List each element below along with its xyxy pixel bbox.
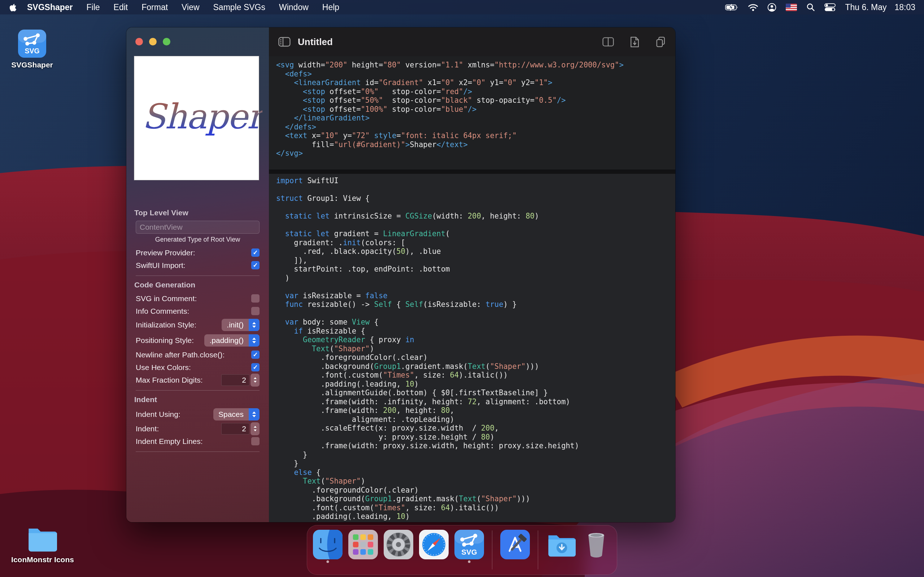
code-line: .background(Group1.gradient.mask(Text("S… xyxy=(276,362,675,371)
desktop-icon-iconmonstr-folder[interactable]: IconMonstr Icons xyxy=(16,524,69,564)
safari-icon xyxy=(419,530,449,559)
window-titlebar: Untitled xyxy=(269,27,675,56)
popup-indent-using[interactable]: Spaces xyxy=(213,408,260,421)
code-line: struct Group1: View { xyxy=(276,194,675,203)
checkbox-use-hex-colors[interactable]: ✓ xyxy=(251,363,260,371)
stepper-buttons[interactable] xyxy=(250,374,260,387)
stepper-max-fraction-digits: 2 xyxy=(221,374,260,387)
dock-item-system-preferences[interactable] xyxy=(384,530,413,559)
code-line: .foregroundColor(.clear) xyxy=(276,353,675,362)
folder-icon xyxy=(26,524,59,553)
checkbox-indent-empty-lines[interactable] xyxy=(251,437,260,445)
editor-split-divider[interactable] xyxy=(269,169,675,174)
dock-item-safari[interactable] xyxy=(419,530,449,559)
desktop-icon-svgshaper[interactable]: SVG SVGShaper xyxy=(5,29,59,69)
dock-item-downloads[interactable] xyxy=(546,530,576,559)
field-caption: Generated Type of Root View xyxy=(136,236,260,243)
settings-row-swiftui-import: SwiftUI Import:✓ xyxy=(136,259,260,271)
control-center-icon[interactable] xyxy=(824,3,835,11)
chevron-up-icon xyxy=(254,426,257,428)
popup-positioning-style[interactable]: .padding() xyxy=(204,334,260,347)
row-label: Indent Using: xyxy=(136,410,181,419)
dock-item-xcode[interactable] xyxy=(500,530,530,559)
menu-item-window[interactable]: Window xyxy=(272,0,315,15)
code-line: <linearGradient id="Gradient" x1="0" x2=… xyxy=(276,78,675,87)
dock-item-launchpad[interactable] xyxy=(348,530,378,559)
row-label: Max Fraction Digits: xyxy=(136,376,203,384)
code-line: startPoint: .top, endPoint: .bottom xyxy=(276,265,675,274)
chevron-up-icon xyxy=(252,411,256,414)
code-line: <stop offset="100%" stop-color="blue"/> xyxy=(276,105,675,114)
code-line: var body: some View { xyxy=(276,318,675,327)
code-line: </defs> xyxy=(276,122,675,132)
check-icon: ✓ xyxy=(253,364,258,371)
svg-source-editor[interactable]: <svg width="200" height="80" version="1.… xyxy=(269,56,675,169)
menu-item-file[interactable]: File xyxy=(80,0,107,15)
code-line: <defs> xyxy=(276,69,675,79)
dock-item-trash[interactable] xyxy=(582,530,611,559)
status-icons: Thu 6. May 18:03 xyxy=(725,3,924,12)
swiftui-code-editor[interactable]: import SwiftUI struct Group1: View { sta… xyxy=(269,174,675,522)
checkbox-swiftui-import[interactable]: ✓ xyxy=(251,261,260,269)
menu-item-view[interactable]: View xyxy=(175,0,206,15)
desktop-icon-label: IconMonstr Icons xyxy=(11,555,74,564)
battery-icon[interactable] xyxy=(725,4,739,11)
code-line: alignment: .topLeading) xyxy=(276,415,675,424)
checkbox-newline-after-path-close[interactable]: ✓ xyxy=(251,351,260,359)
settings-row-initialization-style: Initialization Style:.init() xyxy=(136,318,260,332)
code-line xyxy=(276,309,675,318)
section-header-top-level-view: Top Level View xyxy=(134,208,260,217)
code-line: .scaleEffect(x: proxy.size.width / 200, xyxy=(276,424,675,433)
checkbox-svg-in-comment[interactable] xyxy=(251,294,260,303)
chevron-down-icon xyxy=(252,326,256,328)
user-account-icon[interactable] xyxy=(767,3,776,12)
stepper-buttons[interactable] xyxy=(250,422,260,435)
menu-clock[interactable]: Thu 6. May 18:03 xyxy=(845,3,915,12)
checkbox-info-comments[interactable] xyxy=(251,307,260,315)
code-line: ) xyxy=(276,274,675,283)
split-view-icon[interactable] xyxy=(603,37,614,47)
clock-date: Thu 6. May xyxy=(845,3,887,12)
zoom-button[interactable] xyxy=(163,38,170,45)
svgshaper-window: Shaper Top Level ViewContentViewGenerate… xyxy=(126,27,675,522)
export-file-icon[interactable] xyxy=(630,36,640,48)
popup-initialization-style[interactable]: .init() xyxy=(221,319,260,331)
dock-item-svgshaper[interactable]: SVG xyxy=(454,530,484,559)
launchpad-icon xyxy=(348,530,378,559)
row-label: Initialization Style: xyxy=(136,321,196,329)
root-view-type-field[interactable]: ContentView xyxy=(136,221,260,234)
menu-item-svgshaper[interactable]: SVGShaper xyxy=(20,0,80,15)
spotlight-search-icon[interactable] xyxy=(806,3,815,11)
svgshaper-icon: SVG xyxy=(454,530,484,559)
section-header-indent: Indent xyxy=(134,395,260,404)
sidebar-toggle-icon[interactable] xyxy=(278,37,291,47)
code-line: y: proxy.size.height / 80) xyxy=(276,433,675,442)
stepper-value[interactable]: 2 xyxy=(221,374,249,386)
apple-menu-icon[interactable] xyxy=(0,3,20,12)
minimize-button[interactable] xyxy=(149,38,157,45)
dock-item-finder[interactable] xyxy=(313,530,342,559)
check-icon: ✓ xyxy=(253,250,258,256)
stepper-value[interactable]: 2 xyxy=(221,423,249,435)
row-label: Info Comments: xyxy=(136,307,189,316)
popup-chevrons-icon xyxy=(249,319,260,331)
chevron-down-icon xyxy=(252,341,256,343)
code-line: GeometryReader { proxy in xyxy=(276,335,675,344)
menu-item-help[interactable]: Help xyxy=(315,0,346,15)
input-source-flag-icon[interactable] xyxy=(786,3,797,11)
svg-preview: Shaper xyxy=(134,56,259,180)
menu-item-format[interactable]: Format xyxy=(135,0,175,15)
code-line: import SwiftUI xyxy=(276,176,675,185)
code-line: .padding(.leading, 10) xyxy=(276,512,675,521)
checkbox-preview-provider[interactable]: ✓ xyxy=(251,248,260,257)
code-line: .foregroundColor(.clear) xyxy=(276,486,675,495)
settings-row-indent-empty-lines: Indent Empty Lines: xyxy=(136,436,260,447)
menu-item-sample-svgs[interactable]: Sample SVGs xyxy=(207,0,272,15)
code-line: } xyxy=(276,459,675,468)
xcode-icon xyxy=(500,530,530,559)
code-line xyxy=(276,221,675,230)
copy-code-icon[interactable] xyxy=(656,36,666,48)
wifi-icon[interactable] xyxy=(748,3,758,11)
menu-item-edit[interactable]: Edit xyxy=(107,0,135,15)
close-button[interactable] xyxy=(135,38,143,45)
